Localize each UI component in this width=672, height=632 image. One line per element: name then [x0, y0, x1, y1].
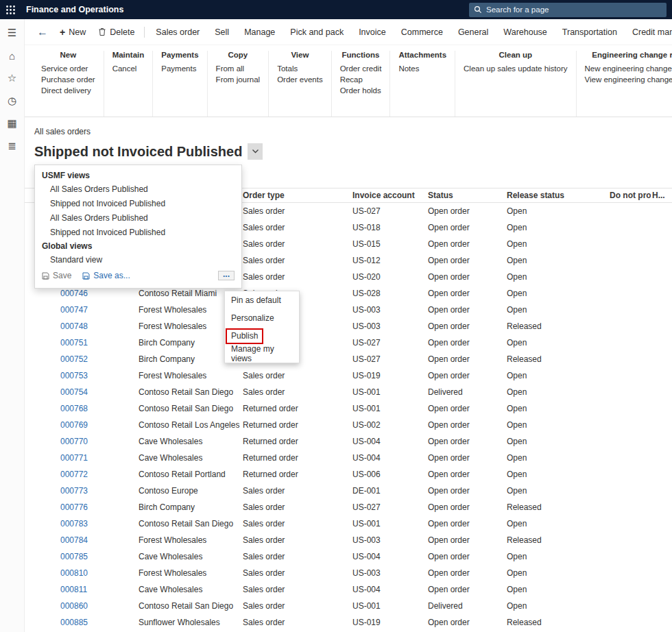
ribbon-command[interactable]: Direct delivery	[41, 85, 91, 96]
sales-order-link[interactable]: 000752	[60, 354, 88, 364]
view-more-options-button[interactable]: ...	[218, 271, 235, 280]
sales-order-link[interactable]: 000753	[60, 371, 88, 380]
sales-order-link[interactable]: 000783	[60, 519, 88, 528]
nav-icon[interactable]: ☰	[3, 25, 21, 41]
table-row[interactable]: 000769 Contoso Retail Los Angeles Return…	[25, 417, 672, 433]
ribbon-command[interactable]: Recap	[340, 74, 363, 85]
table-row[interactable]: 000783 Contoso Retail San Diego Sales or…	[25, 515, 672, 532]
sales-order-link[interactable]: 000748	[60, 321, 88, 331]
table-row[interactable]: 000785 Cave Wholesales Sales order US-00…	[25, 548, 672, 565]
action-pane-tab[interactable]: Commerce	[394, 19, 451, 45]
table-row[interactable]: 000768 Contoso Retail San Diego Returned…	[25, 400, 672, 417]
action-pane-tab[interactable]: Sell	[207, 19, 237, 45]
save-view-button[interactable]: Save	[42, 271, 71, 280]
ribbon-command[interactable]: Payments	[161, 63, 196, 74]
column-header-release-status[interactable]: Release status	[505, 191, 608, 200]
release-status-cell: Released	[505, 502, 608, 512]
action-pane-tab[interactable]: Transportation	[555, 19, 625, 45]
menu-item[interactable]: Personalize	[225, 309, 299, 327]
view-option[interactable]: Shipped not Invoiced Published	[35, 225, 241, 239]
column-header-status[interactable]: Status	[427, 191, 505, 200]
table-row[interactable]: 000770 Cave Wholesales Returned order US…	[25, 433, 672, 450]
ribbon-command[interactable]: Order events	[277, 74, 322, 85]
column-header-invoice-account[interactable]: Invoice account	[351, 191, 427, 200]
ribbon-command[interactable]: View engineering change requests	[585, 74, 672, 85]
table-row[interactable]: 000776 Birch Company Sales order US-027 …	[25, 499, 672, 515]
table-row[interactable]: 000748 Forest Wholesales US-003 Open ord…	[25, 318, 672, 335]
sales-order-link[interactable]: 000751	[60, 338, 88, 348]
table-row[interactable]: 000752 Birch Company US-027 Open order R…	[25, 351, 672, 367]
ribbon-command[interactable]: From journal	[216, 74, 261, 85]
sales-order-link[interactable]: 000773	[60, 486, 88, 496]
sales-order-link[interactable]: 000784	[60, 535, 88, 545]
table-row[interactable]: 000753 Forest Wholesales Sales order US-…	[25, 367, 672, 384]
page-search-box[interactable]	[469, 3, 667, 17]
menu-item[interactable]: Publish	[225, 327, 299, 345]
table-row[interactable]: 000754 Contoso Retail San Diego Sales or…	[25, 384, 672, 400]
ribbon-command[interactable]: Order holds	[340, 85, 381, 96]
nav-icon[interactable]: ☆	[3, 70, 21, 86]
ribbon-command[interactable]: New engineering change request	[585, 63, 672, 74]
action-pane-tab[interactable]: Credit management	[625, 19, 672, 45]
view-option[interactable]: All Sales Orders Published	[35, 210, 241, 225]
view-option[interactable]: All Sales Orders Published	[35, 182, 241, 196]
action-pane-tab[interactable]: Invoice	[351, 19, 394, 45]
sales-order-link[interactable]: 000785	[60, 552, 88, 561]
view-option[interactable]: Standard view	[35, 252, 241, 267]
menu-item[interactable]: Pin as default	[225, 291, 299, 309]
sales-order-link[interactable]: 000747	[60, 305, 88, 315]
view-selector-button[interactable]	[248, 143, 263, 160]
action-pane-tab[interactable]: Pick and pack	[283, 19, 351, 45]
menu-item[interactable]: Manage my views	[225, 345, 299, 363]
column-header-hold[interactable]: H...	[651, 191, 672, 200]
sales-order-link[interactable]: 000770	[60, 437, 88, 446]
sales-order-link[interactable]: 000768	[60, 404, 88, 413]
sales-order-link[interactable]: 000769	[60, 420, 88, 430]
ribbon-command[interactable]: Service order	[41, 63, 88, 74]
sales-order-link[interactable]: 000810	[60, 568, 88, 578]
ribbon-command[interactable]: Totals	[277, 63, 298, 74]
sales-order-link[interactable]: 000885	[60, 618, 88, 627]
column-header-do-not-process[interactable]: Do not pro...	[608, 191, 651, 200]
column-header-order-type[interactable]: Order type	[241, 191, 351, 200]
save-view-as-button[interactable]: Save as...	[82, 271, 130, 280]
sales-order-link[interactable]: 000772	[60, 470, 88, 479]
view-option[interactable]: Shipped not Invoiced Published	[35, 196, 241, 210]
table-row[interactable]: 000811 Cave Wholesales Sales order US-00…	[25, 581, 672, 598]
table-row[interactable]: 000784 Forest Wholesales Sales order US-…	[25, 532, 672, 548]
ribbon-command[interactable]: Clean up sales update history	[464, 63, 568, 74]
action-pane-tab[interactable]: Sales order	[148, 19, 207, 45]
action-pane-tab[interactable]: Warehouse	[496, 19, 554, 45]
table-row[interactable]: 000751 Birch Company US-027 Open order O…	[25, 335, 672, 351]
sales-order-link[interactable]: 000754	[60, 387, 88, 397]
sales-order-link[interactable]: 000771	[60, 453, 88, 463]
sales-order-link[interactable]: 000811	[60, 585, 87, 594]
table-row[interactable]: 000860 Contoso Retail San Diego Sales or…	[25, 598, 672, 614]
new-button[interactable]: + New	[53, 19, 92, 45]
nav-icon[interactable]: ≣	[3, 138, 21, 154]
table-row[interactable]: 000747 Forest Wholesales US-003 Open ord…	[25, 302, 672, 318]
back-button[interactable]: ←	[32, 26, 53, 38]
action-pane-tab[interactable]: Manage	[237, 19, 283, 45]
ribbon-command[interactable]: Order credit	[340, 63, 382, 74]
nav-icon[interactable]: ▦	[3, 115, 21, 132]
ribbon-command[interactable]: Purchase order	[41, 74, 95, 85]
table-row[interactable]: 000773 Contoso Europe Sales order DE-001…	[25, 483, 672, 499]
action-pane-tab[interactable]: General	[451, 19, 496, 45]
table-row[interactable]: 000810 Forest Wholesales Sales order US-…	[25, 565, 672, 581]
sales-order-link[interactable]: 000860	[60, 601, 88, 611]
table-row[interactable]: 000885 Sunflower Wholesales Sales order …	[25, 614, 672, 631]
customer-cell: Contoso Retail San Diego	[137, 404, 241, 413]
search-input[interactable]	[486, 5, 662, 14]
table-row[interactable]: 000772 Contoso Retail Portland Returned …	[25, 466, 672, 483]
ribbon-command[interactable]: Notes	[398, 63, 419, 74]
sales-order-link[interactable]: 000746	[60, 289, 88, 298]
nav-icon[interactable]: ⌂	[3, 47, 21, 64]
app-launcher-icon[interactable]	[0, 0, 21, 19]
delete-button[interactable]: Delete	[92, 19, 141, 45]
table-row[interactable]: 000771 Cave Wholesales Returned order US…	[25, 450, 672, 466]
ribbon-command[interactable]: From all	[216, 63, 245, 74]
ribbon-command[interactable]: Cancel	[112, 63, 137, 74]
nav-icon[interactable]: ◷	[3, 93, 21, 109]
sales-order-link[interactable]: 000776	[60, 502, 88, 512]
